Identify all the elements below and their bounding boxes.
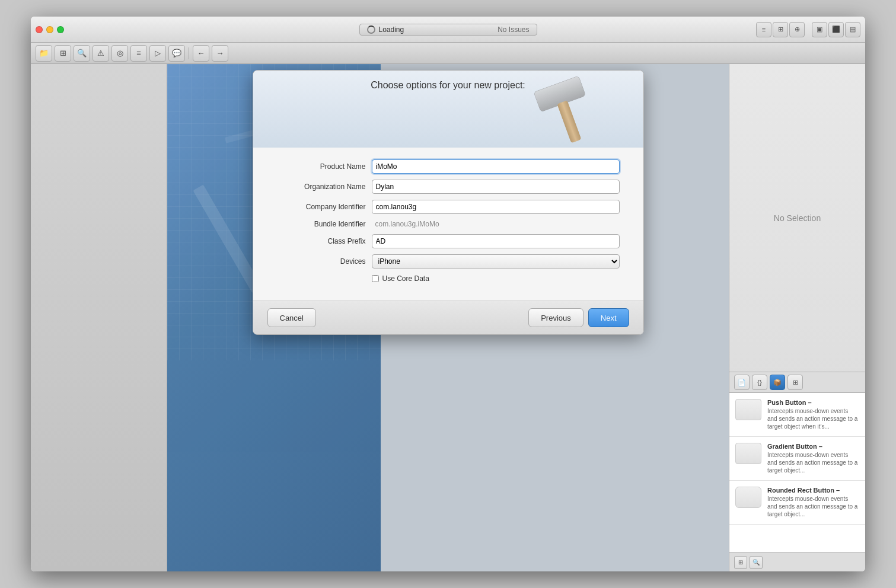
list-item: Rounded Rect Button – Intercepts mouse-d…	[729, 481, 865, 525]
separator	[189, 47, 189, 59]
rounded-rect-button-desc: Intercepts mouse-down events and sends a…	[767, 495, 859, 518]
push-button-desc: Intercepts mouse-down events and sends a…	[767, 407, 859, 430]
use-core-data-row: Use Core Data	[277, 274, 620, 283]
traffic-lights	[36, 26, 64, 33]
back-button[interactable]: ←	[193, 45, 209, 62]
new-project-dialog: Choose options for your new project:	[253, 70, 644, 335]
add-component-button[interactable]: ⊞	[734, 556, 747, 569]
spinner-icon	[367, 25, 375, 34]
forward-button[interactable]: →	[212, 45, 228, 62]
bundle-identifier-value: com.lanou3g.iMoMo	[372, 220, 620, 228]
cancel-button[interactable]: Cancel	[267, 308, 316, 327]
use-core-data-checkbox[interactable]	[372, 275, 379, 282]
navigator-test-icon[interactable]: ◎	[111, 45, 128, 62]
editor-assistant-icon[interactable]: ⊞	[773, 22, 788, 37]
modal-footer: Cancel Previous Next	[253, 301, 643, 334]
list-item: Push Button – Intercepts mouse-down even…	[729, 393, 865, 437]
navigator-search-icon[interactable]: 🔍	[74, 45, 90, 62]
titlebar: Loading No Issues ≡ ⊞ ⊕ ▣ ⬛ ▤	[31, 17, 865, 43]
rounded-rect-button-name: Rounded Rect Button –	[767, 487, 859, 494]
class-prefix-label: Class Prefix	[277, 237, 372, 245]
company-identifier-label: Company Identifier	[277, 203, 372, 211]
quick-help-tab[interactable]: {}	[752, 375, 767, 390]
gradient-button-name: Gradient Button –	[767, 443, 859, 450]
main-layout: Choose options for your new project:	[31, 64, 865, 571]
use-core-data-label[interactable]: Use Core Data	[372, 274, 429, 283]
titlebar-center: Loading No Issues	[359, 24, 537, 36]
navigator-symbol-icon[interactable]: ⊞	[55, 45, 71, 62]
class-prefix-input[interactable]	[372, 234, 620, 248]
close-button[interactable]	[36, 26, 43, 33]
devices-label: Devices	[277, 257, 372, 266]
view-debug-icon[interactable]: ⬛	[828, 22, 844, 37]
devices-select[interactable]: iPhone iPad Universal	[372, 254, 620, 269]
toolbar: 📁 ⊞ 🔍 ⚠ ◎ ≡ ▷ 💬 ← →	[31, 43, 865, 64]
editor-version-icon[interactable]: ⊕	[789, 22, 805, 37]
editor-standard-icon[interactable]: ≡	[756, 22, 771, 37]
gradient-button-preview	[735, 443, 761, 464]
center-content: Choose options for your new project:	[167, 64, 729, 571]
titlebar-right-icons: ≡ ⊞ ⊕ ▣ ⬛ ▤	[756, 22, 860, 37]
modal-body: Product Name Organization Name Company I…	[253, 148, 643, 301]
object-library-tab[interactable]: 📦	[770, 375, 785, 390]
product-name-input[interactable]	[372, 159, 620, 174]
navigator-issue-icon[interactable]: ⚠	[93, 45, 109, 62]
push-button-preview	[735, 399, 761, 420]
organization-name-input[interactable]	[372, 180, 620, 194]
company-identifier-input[interactable]	[372, 200, 620, 214]
maximize-button[interactable]	[57, 26, 64, 33]
left-sidebar	[31, 64, 167, 571]
minimize-button[interactable]	[46, 26, 53, 33]
sidebar-bottom-bar: ⊞ 🔍	[729, 552, 865, 571]
product-name-row: Product Name	[277, 159, 620, 174]
xcode-window: Loading No Issues ≡ ⊞ ⊕ ▣ ⬛ ▤ 📁 ⊞ 🔍 ⚠ ◎ …	[31, 17, 865, 571]
modal-title: Choose options for your new project:	[371, 80, 525, 91]
view-utilities-icon[interactable]: ▤	[845, 22, 860, 37]
rounded-rect-button-preview	[735, 487, 761, 508]
next-button[interactable]: Next	[588, 308, 629, 327]
product-name-label: Product Name	[277, 162, 372, 171]
organization-name-label: Organization Name	[277, 183, 372, 191]
push-button-name: Push Button –	[767, 399, 859, 406]
loading-text: Loading	[379, 25, 404, 34]
component-list: Push Button – Intercepts mouse-down even…	[729, 393, 865, 552]
inspector-top: No Selection	[729, 64, 865, 372]
media-library-tab[interactable]: ⊞	[787, 375, 803, 390]
navigator-debug-icon[interactable]: ≡	[130, 45, 147, 62]
gradient-button-desc: Intercepts mouse-down events and sends a…	[767, 451, 859, 474]
right-sidebar: No Selection 📄 {} 📦 ⊞ Push Button – Inte…	[729, 64, 865, 571]
navigator-file-icon[interactable]: 📁	[36, 45, 52, 62]
list-item: Gradient Button – Intercepts mouse-down …	[729, 437, 865, 481]
navigator-log-icon[interactable]: 💬	[168, 45, 185, 62]
modal-header: Choose options for your new project:	[253, 71, 643, 148]
svg-rect-8	[557, 100, 581, 143]
navigator-breakpoint-icon[interactable]: ▷	[149, 45, 166, 62]
view-navigator-icon[interactable]: ▣	[812, 22, 827, 37]
devices-row: Devices iPhone iPad Universal	[277, 254, 620, 269]
file-inspector-tab[interactable]: 📄	[734, 375, 750, 390]
search-component-button[interactable]: 🔍	[750, 556, 763, 569]
modal-overlay: Choose options for your new project:	[167, 64, 729, 571]
bundle-identifier-row: Bundle Identifier com.lanou3g.iMoMo	[277, 220, 620, 228]
loading-indicator: Loading No Issues	[359, 24, 537, 36]
organization-name-row: Organization Name	[277, 180, 620, 194]
hammer-icon	[525, 76, 608, 148]
class-prefix-row: Class Prefix	[277, 234, 620, 248]
bundle-identifier-label: Bundle Identifier	[277, 220, 372, 228]
company-identifier-row: Company Identifier	[277, 200, 620, 214]
use-core-data-text: Use Core Data	[382, 274, 429, 283]
previous-button[interactable]: Previous	[528, 308, 583, 327]
no-selection-text: No Selection	[774, 213, 821, 223]
no-issues-text: No Issues	[498, 25, 529, 34]
inspector-tabs: 📄 {} 📦 ⊞	[729, 372, 865, 393]
